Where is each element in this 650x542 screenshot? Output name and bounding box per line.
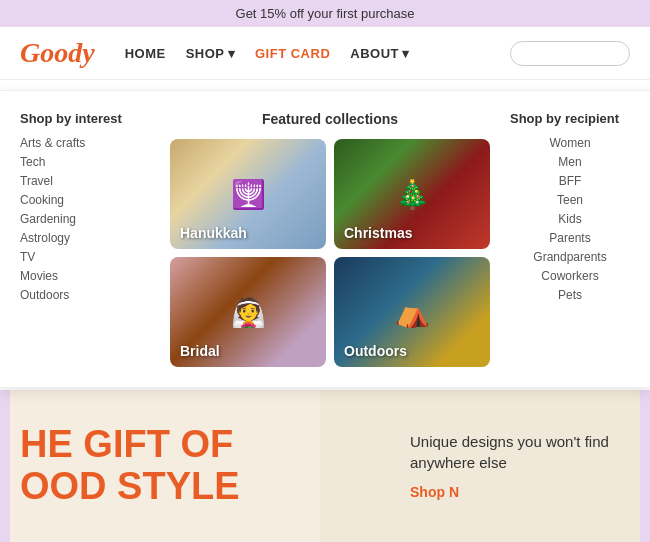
nav-about-label: ABOUT [350,46,399,61]
search-input[interactable] [510,41,630,66]
collection-hanukkah-label: Hanukkah [180,225,247,241]
list-item[interactable]: Gardening [20,212,150,226]
logo[interactable]: Goody [20,37,95,69]
nav-home[interactable]: HOME [125,46,166,61]
hero-right: Unique designs you won't find anywhere e… [410,431,630,501]
top-banner: Get 15% off your first purchase [0,0,650,27]
collection-bridal[interactable]: 👰 Bridal [170,257,326,367]
nav-about[interactable]: ABOUT ▾ [350,46,409,61]
shop-chevron-icon: ▾ [228,46,236,61]
nav-shop[interactable]: SHOP ▾ [186,46,235,61]
list-item[interactable]: Cooking [20,193,150,207]
list-item[interactable]: Parents [510,231,630,245]
main-nav: HOME SHOP ▾ GIFT CARD ABOUT ▾ [125,41,630,66]
hero-section: HE GIFT OF OOD STYLE Unique designs you … [0,390,650,542]
collection-outdoors[interactable]: ⛺ Outdoors [334,257,490,367]
collections-grid: 🕎 Hanukkah 🎄 Christmas 👰 Bridal [170,139,490,367]
shop-by-interest-panel: Shop by interest Arts & crafts Tech Trav… [20,111,150,367]
list-item[interactable]: Women [510,136,630,150]
header: Goody HOME SHOP ▾ GIFT CARD ABOUT ▾ [0,27,650,80]
featured-title: Featured collections [170,111,490,127]
interest-list: Arts & crafts Tech Travel Cooking Garden… [20,136,150,302]
list-item[interactable]: Grandparents [510,250,630,264]
hero-line1: HE GIFT OF [20,424,240,466]
list-item[interactable]: Coworkers [510,269,630,283]
hero-color-left [0,390,10,542]
collection-hanukkah[interactable]: 🕎 Hanukkah [170,139,326,249]
list-item[interactable]: BFF [510,174,630,188]
collection-outdoors-label: Outdoors [344,343,407,359]
nav-shop-label: SHOP [186,46,225,61]
banner-text: Get 15% off your first purchase [236,6,415,21]
shop-by-recipient-title: Shop by recipient [510,111,630,126]
list-item[interactable]: Pets [510,288,630,302]
list-item[interactable]: TV [20,250,150,264]
list-item[interactable]: Astrology [20,231,150,245]
list-item[interactable]: Tech [20,155,150,169]
shop-by-interest-title: Shop by interest [20,111,150,126]
list-item[interactable]: Men [510,155,630,169]
hero-headline: HE GIFT OF OOD STYLE [20,424,240,508]
hero-color-right [640,390,650,542]
shop-now-button[interactable]: Shop N [410,484,459,500]
shop-by-recipient-panel: Shop by recipient Women Men BFF Teen Kid… [510,111,630,367]
list-item[interactable]: Movies [20,269,150,283]
hero-tagline: Unique designs you won't find anywhere e… [410,431,630,473]
shop-dropdown: Shop by interest Arts & crafts Tech Trav… [0,90,650,388]
list-item[interactable]: Outdoors [20,288,150,302]
nav-gift-card[interactable]: GIFT CARD [255,46,330,61]
featured-collections-panel: Featured collections 🕎 Hanukkah 🎄 Christ… [170,111,490,367]
collection-bridal-label: Bridal [180,343,220,359]
list-item[interactable]: Travel [20,174,150,188]
collection-christmas-label: Christmas [344,225,412,241]
hero-line2: OOD STYLE [20,466,240,508]
collection-christmas[interactable]: 🎄 Christmas [334,139,490,249]
list-item[interactable]: Arts & crafts [20,136,150,150]
list-item[interactable]: Teen [510,193,630,207]
about-chevron-icon: ▾ [402,46,410,61]
recipient-list: Women Men BFF Teen Kids Parents Grandpar… [510,136,630,302]
list-item[interactable]: Kids [510,212,630,226]
